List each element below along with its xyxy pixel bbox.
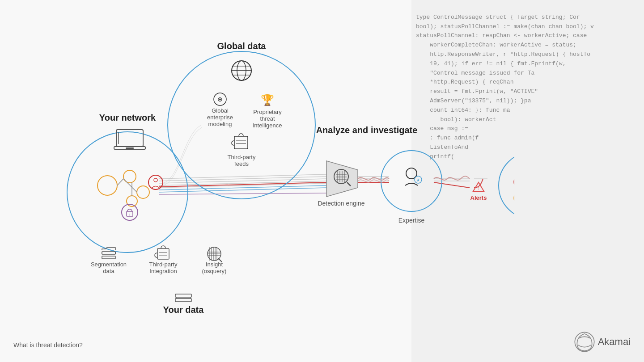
svg-rect-67 xyxy=(102,252,115,254)
svg-point-31 xyxy=(122,204,138,220)
svg-text:Your data: Your data xyxy=(163,305,204,315)
svg-line-8 xyxy=(159,193,326,194)
svg-text:Segmentation: Segmentation xyxy=(91,261,127,268)
svg-line-6 xyxy=(159,188,326,192)
bottom-label: What is threat detection? xyxy=(13,341,83,349)
svg-rect-68 xyxy=(102,256,115,259)
svg-text:Third-party: Third-party xyxy=(228,154,256,160)
svg-rect-85 xyxy=(175,299,191,302)
svg-line-0 xyxy=(159,174,326,179)
svg-text:Alerts: Alerts xyxy=(470,194,487,201)
svg-point-22 xyxy=(97,176,117,195)
svg-text:!: ! xyxy=(478,185,479,190)
svg-point-110 xyxy=(575,332,594,351)
network-title: Your network xyxy=(99,113,156,122)
svg-point-24 xyxy=(137,186,149,198)
svg-rect-21 xyxy=(126,147,134,149)
svg-text:Insight: Insight xyxy=(206,261,223,268)
svg-point-29 xyxy=(148,175,163,189)
svg-point-62 xyxy=(499,152,514,219)
svg-text:🏆: 🏆 xyxy=(261,93,274,106)
svg-text:feeds: feeds xyxy=(234,160,249,167)
svg-line-15 xyxy=(434,182,470,188)
svg-text:Expertise: Expertise xyxy=(398,217,425,224)
svg-text:Proprietary: Proprietary xyxy=(253,109,282,115)
svg-text:!: ! xyxy=(129,213,130,217)
svg-text:data: data xyxy=(103,268,114,274)
akamai-logo: Akamai xyxy=(573,331,631,353)
svg-point-65 xyxy=(514,192,514,204)
svg-text:intelligence: intelligence xyxy=(253,122,282,129)
svg-text:⊕: ⊕ xyxy=(217,96,223,103)
svg-point-56 xyxy=(381,151,442,211)
svg-rect-43 xyxy=(234,136,248,149)
svg-text:Analyze and investigate: Analyze and investigate xyxy=(316,125,418,135)
global-data-title: Global data xyxy=(217,41,267,51)
svg-text:enterprise: enterprise xyxy=(207,114,233,121)
svg-text:modeling: modeling xyxy=(208,121,232,127)
svg-point-63 xyxy=(514,176,514,188)
main-content: ! ⊕ 🏆 xyxy=(0,0,644,362)
diagram: ! ⊕ 🏆 xyxy=(0,0,514,362)
svg-text:Global: Global xyxy=(212,107,229,114)
svg-text:(osquery): (osquery) xyxy=(202,268,227,274)
svg-text:Third-party: Third-party xyxy=(149,261,178,268)
svg-text:threat: threat xyxy=(260,115,275,122)
svg-text:Detection engine: Detection engine xyxy=(318,200,364,207)
svg-text:Integration: Integration xyxy=(149,268,177,274)
svg-rect-84 xyxy=(175,294,191,297)
svg-text:★: ★ xyxy=(416,178,420,182)
akamai-text: Akamai xyxy=(598,336,631,348)
svg-point-30 xyxy=(154,178,157,182)
svg-line-4 xyxy=(159,183,326,188)
svg-line-26 xyxy=(117,179,123,185)
svg-line-1 xyxy=(159,177,326,181)
svg-rect-71 xyxy=(157,248,169,259)
